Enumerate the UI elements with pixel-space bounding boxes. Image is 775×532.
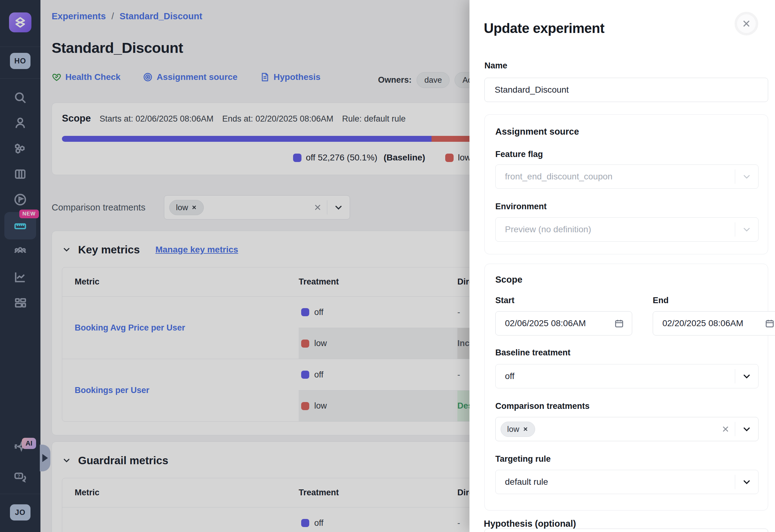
arrow-right-icon	[42, 454, 48, 462]
targeting-rule-label: Targeting rule	[495, 454, 551, 464]
update-experiment-panel: Update experiment Name Assignment source…	[470, 0, 775, 532]
chevron-down-icon	[742, 172, 751, 181]
assignment-source-heading: Assignment source	[495, 127, 579, 137]
baseline-treatment-label: Baseline treatment	[495, 348, 571, 358]
panel-title: Update experiment	[484, 21, 605, 36]
targeting-rule-value: default rule	[505, 477, 548, 487]
end-label: End	[653, 296, 669, 305]
environment-select[interactable]: Preview (no definition)	[495, 217, 759, 242]
panel-comparison-treatments-label: Comparison treatments	[495, 401, 590, 411]
hypothesis-textarea[interactable]	[485, 529, 768, 532]
chevron-down-icon	[742, 425, 751, 433]
end-date-value: 02/20/2025 08:06AM	[662, 318, 743, 328]
baseline-treatment-value: off	[505, 371, 515, 381]
panel-comparison-treatments-select[interactable]: low	[495, 417, 759, 441]
feature-flag-value: front_end_discount_coupon	[505, 172, 613, 182]
targeting-rule-select[interactable]: default rule	[495, 470, 759, 494]
name-input[interactable]	[485, 78, 768, 102]
treatment-chip-low[interactable]: low	[501, 422, 535, 437]
start-label: Start	[495, 296, 515, 305]
calendar-icon	[764, 318, 775, 329]
feature-flag-label: Feature flag	[495, 150, 543, 159]
chip-label: low	[507, 424, 519, 434]
clear-selection-button[interactable]	[716, 425, 735, 433]
remove-chip-icon[interactable]	[522, 426, 529, 432]
environment-value: Preview (no definition)	[505, 224, 591, 234]
chevron-down-icon	[742, 478, 751, 486]
panel-scope-heading: Scope	[495, 275, 522, 285]
end-date-input[interactable]: 02/20/2025 08:06AM	[653, 311, 775, 335]
sidebar-expand-handle[interactable]	[40, 445, 50, 471]
chevron-down-icon	[742, 225, 751, 234]
hypothesis-optional-label: Hypothesis (optional)	[484, 519, 576, 529]
close-panel-button[interactable]	[735, 12, 758, 35]
name-label: Name	[485, 61, 508, 71]
open-dropdown-button[interactable]	[735, 425, 758, 433]
baseline-treatment-select[interactable]: off	[495, 364, 759, 388]
start-date-value: 02/06/2025 08:06AM	[505, 318, 586, 328]
clear-icon	[722, 425, 730, 433]
assignment-source-card: Assignment source Feature flag front_end…	[485, 114, 768, 254]
calendar-icon	[614, 318, 624, 329]
environment-label: Environment	[495, 202, 547, 211]
start-date-input[interactable]: 02/06/2025 08:06AM	[495, 311, 632, 335]
close-icon	[742, 19, 751, 28]
panel-scope-card: Scope Start End 02/06/2025 08:06AM 02/20…	[485, 264, 768, 511]
feature-flag-select[interactable]: front_end_discount_coupon	[495, 164, 759, 189]
chevron-down-icon	[742, 372, 751, 381]
app-root: HO	[0, 0, 775, 532]
